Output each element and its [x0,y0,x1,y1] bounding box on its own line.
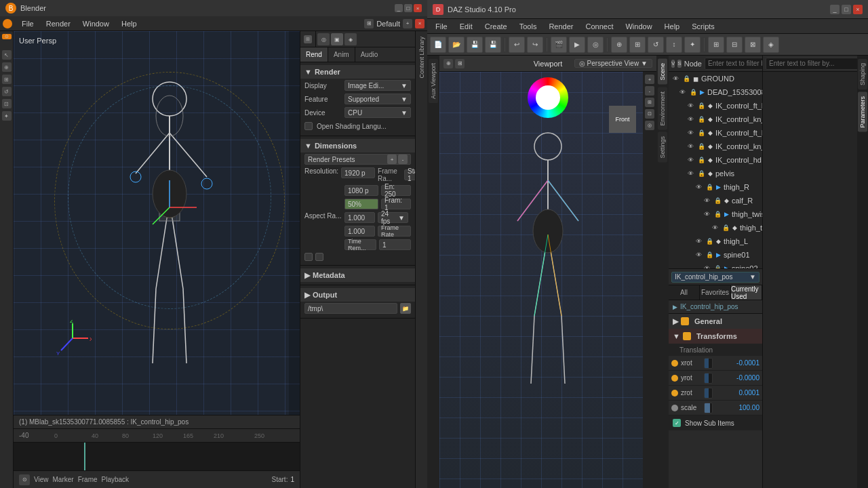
daz-maximize-button[interactable]: □ [842,5,851,14]
daz-minimize-button[interactable]: _ [830,5,840,14]
daz-close-button[interactable]: × [853,5,863,14]
footer-view-btn[interactable]: View [34,476,49,483]
asp-x-dropdown[interactable]: 1.000 [344,212,375,223]
display-dropdown[interactable]: Image Edi... ▼ [344,80,411,91]
dimensions-header[interactable]: ▼ Dimensions [300,139,415,152]
blender-options-icon[interactable]: ⊙ [2,34,12,39]
footer-marker-btn[interactable]: Marker [53,476,74,483]
blender-viewport[interactable]: User Persp ☰ Scene [14,31,300,415]
render-presets-dropdown[interactable]: Render Presets + - [304,154,411,165]
tool-select-icon[interactable]: ↖ [2,50,12,60]
tool-move-icon[interactable]: ⊞ [2,75,12,84]
blender-minimize-button[interactable]: _ [395,4,403,12]
render2-btn[interactable]: ▶ [569,37,585,53]
output-header[interactable]: ▶ Output [300,288,415,302]
scene-item-ik-kn-r[interactable]: 👁 🔒 ◆ IK_control_kn_R [669,140,762,153]
daz-window-menu[interactable]: Window [620,21,657,32]
scene-tab[interactable]: Scene [658,59,667,85]
device-dropdown[interactable]: CPU ▼ [344,107,411,118]
tool-transform-icon[interactable]: ✦ [2,111,12,121]
content-library-label[interactable]: Content Library [417,31,427,84]
footer-frame-btn[interactable]: Frame [78,476,98,483]
res-y-dropdown[interactable]: 1080 p [344,185,378,196]
scene-item-calf-r[interactable]: 👁 🔒 ◆ calf_R [669,194,762,207]
blender-render-menu[interactable]: Render [41,18,76,29]
tool1-btn[interactable]: ⊕ [611,37,627,53]
zrot-slider[interactable] [704,388,713,399]
daz-scripts-menu[interactable]: Scripts [686,21,720,32]
perspective-view-dropdown[interactable]: ◎ Perspective View ▼ [574,59,652,68]
scene-item-ik-ft-r[interactable]: 👁 🔒 ◆ IK_control_ft_R [669,126,762,140]
daz-edit-menu[interactable]: Edit [454,21,478,32]
daz-render-menu[interactable]: Render [543,21,578,32]
open-btn[interactable]: 📂 [448,37,465,53]
view-cube-front[interactable]: Front [609,106,636,133]
scene-selector-icon[interactable]: ⊞ [304,35,312,43]
viewport-tool2-icon[interactable]: ⊞ [455,59,465,68]
xrot-slider[interactable] [704,358,713,369]
output-icon[interactable]: ◈ [344,33,357,45]
add-layout-button[interactable]: + [403,19,412,28]
presets-remove-btn[interactable]: - [398,155,408,164]
output-path-browse-btn[interactable]: 📁 [400,303,411,314]
undo-btn[interactable]: ↩ [509,37,525,53]
scene-item-thigh-l[interactable]: 👁 🔒 ◆ thigh_L [669,235,762,248]
checkbox2[interactable] [315,253,323,261]
transforms-section-header[interactable]: ▼ Transforms [669,329,762,344]
scene-item-spine02[interactable]: 👁 🔒 ▶ spine02 [669,262,762,268]
metadata-header[interactable]: ▶ Metadata [300,268,415,282]
tool4-btn[interactable]: ↕ [666,37,682,53]
save-as-btn[interactable]: 💾 [485,37,501,53]
tool-scale-icon[interactable]: ⊡ [2,99,12,108]
tool5-btn[interactable]: ✦ [684,37,701,53]
yrot-slider[interactable] [704,373,713,384]
blender-help-menu[interactable]: Help [116,18,142,29]
footer-playback-btn[interactable]: Playback [102,476,130,483]
viewport-tool1-icon[interactable]: ⊕ [443,59,453,68]
scene-item-thigh-r[interactable]: 👁 🔒 ▶ thigh_R [669,180,762,194]
settings-tab[interactable]: Settings [658,132,667,163]
render-section-header[interactable]: ▼ Render [300,65,415,79]
daz-file-menu[interactable]: File [430,21,453,32]
param-tab-all[interactable]: All [669,285,700,300]
aux-viewport-tab[interactable]: Aux Viewport [429,59,438,103]
asp-y-dropdown[interactable]: 1.000 [344,226,375,237]
daz-viewport-canvas[interactable]: Front [439,72,656,488]
fps-dropdown[interactable]: 24 fps ▼ [378,212,408,223]
scene-item-spine01[interactable]: 👁 🔒 ▶ spine01 [669,248,762,262]
vp-extra-icon[interactable]: ◎ [645,121,654,130]
tool-cursor-icon[interactable]: ⊕ [2,62,12,72]
daz-connect-menu[interactable]: Connect [580,21,619,32]
vp-zoom-out-icon[interactable]: - [645,86,654,96]
render-icon[interactable]: ▣ [331,33,343,45]
tool3-btn[interactable]: ↺ [648,37,664,53]
feature-dropdown[interactable]: Supported ▼ [344,94,411,104]
param-tab-current[interactable]: Currently Used [731,285,762,300]
shading-checkbox[interactable] [304,122,313,130]
blender-maximize-button[interactable]: □ [404,4,412,12]
daz-help-menu[interactable]: Help [659,21,686,32]
tool2-btn[interactable]: ⊞ [629,37,646,53]
blender-file-menu[interactable]: File [16,18,39,29]
render-btn[interactable]: 🎬 [551,37,567,53]
res-x-dropdown[interactable]: 1920 p [341,167,375,178]
anim-tab[interactable]: Anim [328,47,355,62]
scale-slider[interactable] [704,403,713,413]
remove-layout-button[interactable]: × [415,19,425,28]
vp-reset-icon[interactable]: ⊡ [645,109,654,119]
audio-tab[interactable]: Audio [355,47,384,62]
scene-item-ik-kn-l[interactable]: 👁 🔒 ◆ IK_control_kn_L [669,113,762,126]
scene-item-ik-ft-l[interactable]: 👁 🔒 ◆ IK_control_ft_L [669,99,762,113]
rend-tab[interactable]: Rend [300,47,328,62]
layout1-btn[interactable]: ⊞ [708,37,724,53]
presets-add-btn[interactable]: + [387,155,397,164]
tool-rotate-icon[interactable]: ↺ [2,87,12,96]
daz-create-menu[interactable]: Create [479,21,513,32]
save-btn[interactable]: 💾 [467,37,483,53]
scene-icon[interactable]: ◎ [317,33,330,45]
new-scene-btn[interactable]: 📄 [430,37,446,53]
vp-frame-icon[interactable]: ⊞ [645,98,654,107]
parameters-tab[interactable]: Parameters [858,92,867,132]
scene-item-thigh-twist-r[interactable]: 👁 🔒 ▶ thigh_twist_R [669,207,762,221]
param-tab-favorites[interactable]: Favorites [700,285,731,300]
